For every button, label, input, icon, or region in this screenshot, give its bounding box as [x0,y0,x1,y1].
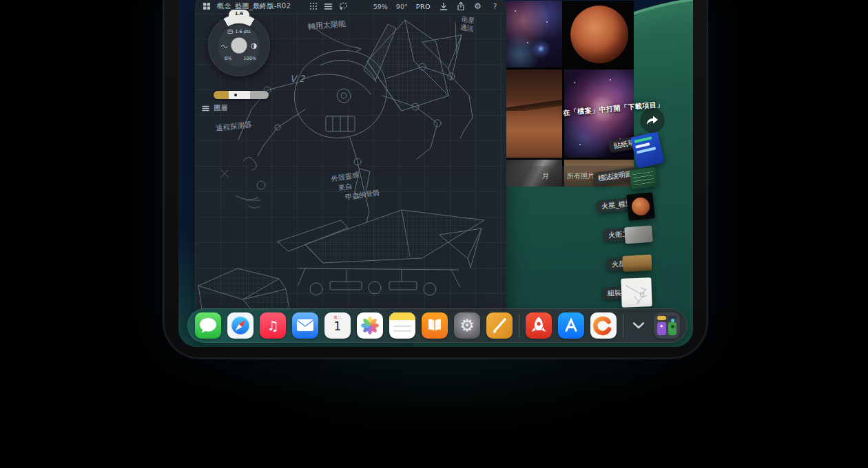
drag-thumb-deimos[interactable] [624,226,653,244]
color-swatch-gray[interactable] [250,91,269,99]
rocket-icon [526,312,552,339]
opacity-icon [251,39,257,52]
app-library-mini-icon [668,322,677,335]
device-reflection [207,358,675,440]
drawing-app-window: 概念_藍圖_最終版-R02 59% 90° PRO [195,0,506,310]
dock-icon-app-store[interactable] [558,312,584,339]
assembly-sketch-lines [621,277,652,308]
rotation-value[interactable]: 90° [396,3,408,10]
mars-globe [570,6,628,63]
app-library-mini-icon: ★ [657,322,666,335]
selected-color-dot [234,94,237,96]
document-title[interactable]: 概念_藍圖_最終版-R02 [217,1,291,11]
settings-gear-icon[interactable]: ⚙ [473,2,482,11]
drag-thumb-assembly[interactable] [621,277,652,308]
ipad-screen: 概念_藍圖_最終版-R02 59% 90° PRO [178,0,693,347]
drag-thumb-mars[interactable] [622,255,652,272]
sticker-text-bar [635,142,650,149]
dock-divider [623,314,623,337]
drag-thumb-green-diagram[interactable] [629,167,658,189]
import-icon[interactable] [439,2,448,11]
dock-icon-app-library[interactable]: ★ [654,312,680,339]
color-swatch-white[interactable] [229,91,249,99]
dock-icon-rocket-app[interactable] [526,312,552,339]
color-strip[interactable] [214,91,269,99]
app-store-a-icon [558,312,584,339]
dock-icon-calendar[interactable]: 週二 1 [324,312,351,339]
menu-lines-icon[interactable] [324,2,333,11]
dock-icon-c-app[interactable] [590,312,617,339]
help-icon[interactable]: ? [490,2,499,11]
app-library-mini-icon [657,316,666,320]
dock-icon-music[interactable]: ♫ [260,312,286,339]
dot-grid-icon[interactable] [309,2,318,11]
photos-flower-icon [359,315,381,337]
forward-arrow-icon [645,115,659,126]
dock-icon-sketch-app[interactable] [486,312,513,339]
notes-yellow-band [389,312,415,320]
chevron-down-icon [632,321,645,330]
lasso-icon[interactable] [339,2,348,11]
app-library-mini-icon [668,316,677,320]
sticker-text-bar [637,147,656,153]
photo-mars-globe[interactable] [564,1,634,67]
mars-model-sphere [631,197,651,217]
star-dot [527,42,528,43]
notes-line [393,326,411,327]
tab-all-photos[interactable]: 所有照片 [567,171,595,181]
photo-nebula[interactable] [506,1,562,67]
layers-label: 圖層 [214,103,227,113]
dock-icon-notes[interactable] [389,312,415,339]
drag-thumb-mars-model[interactable] [626,192,655,221]
music-note-icon: ♫ [267,319,278,332]
apps-grid-icon[interactable] [202,2,211,11]
messages-bubble-icon [195,312,221,339]
safari-compass-icon [227,312,254,339]
notes-line [393,330,411,332]
dock-icon-mail[interactable] [292,312,318,339]
layers-icon [202,105,209,111]
photos-panel: 月 所有照片 [506,1,634,187]
star-dot [579,144,581,145]
flag-icon: ⚐ [258,3,264,10]
dock: ♫ 週二 1 [187,308,688,343]
stage: 概念_藍圖_最終版-R02 59% 90° PRO [0,0,868,468]
tool-wheel[interactable]: 1.6 1.6 pts [208,14,270,76]
photo-mars-surface[interactable] [506,70,562,158]
brush-size-readout: 1.6 pts [227,29,250,34]
dock-divider [519,314,519,337]
c-swirl-icon [590,312,617,339]
note-satellite: 衛星 通訊 [459,15,475,33]
pen-icon [486,312,513,339]
settings-gear-glyph: ⚙ [459,317,475,334]
calendar-day: 1 [334,321,342,332]
forward-arrow-button[interactable] [640,108,665,133]
dock-icon-photos[interactable] [357,312,383,339]
books-open-book-icon [426,318,444,333]
zoom-level[interactable]: 59% [373,3,388,10]
dock-icon-books[interactable] [422,312,448,339]
star-dot [610,79,611,81]
dock-collapse-button[interactable] [630,312,648,339]
tab-month[interactable]: 月 [542,171,549,181]
smoothing-icon [221,39,227,52]
tool-wheel-disk[interactable]: 1.6 pts 0% 100% [217,23,261,67]
opacity-max-label: 100% [243,56,256,61]
color-swatch-gold[interactable] [214,91,229,99]
ipad-device-frame: 概念_藍圖_最終版-R02 59% 90° PRO [163,0,708,359]
toolbar-right-group: 59% 90° PRO ⚙ ? [373,2,499,11]
dock-icon-messages[interactable] [195,312,221,339]
pro-badge[interactable]: PRO [416,3,431,10]
star-dot [546,21,548,23]
share-icon[interactable] [456,2,465,11]
dock-icon-safari[interactable] [227,312,254,339]
card-icon [227,30,233,34]
layers-button[interactable]: 圖層 [202,103,227,113]
tool-wheel-knob[interactable] [231,38,247,54]
mail-envelope-icon [296,319,314,332]
dock-icon-settings[interactable]: ⚙ [454,312,480,339]
note-version: V 2 [290,74,304,84]
star-dot [515,10,516,12]
tool-wheel-size-tab[interactable]: 1.6 [229,10,249,21]
opacity-min-label: 0% [225,56,231,61]
